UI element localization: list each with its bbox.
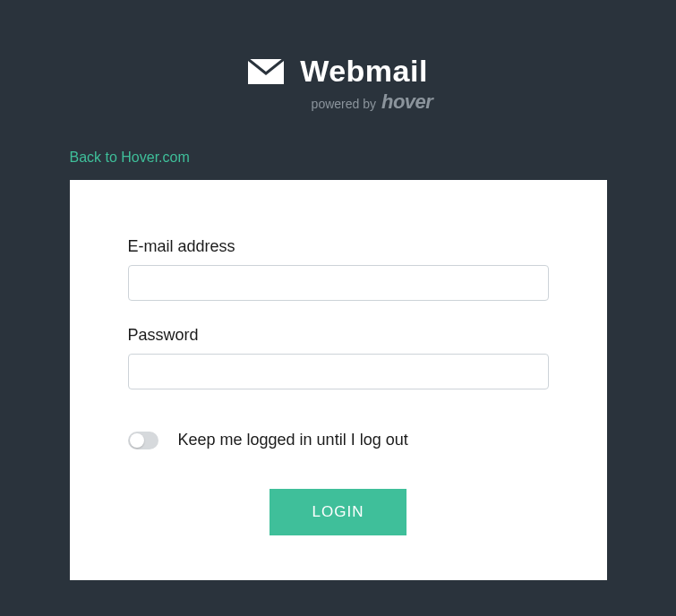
button-row: LOGIN [128, 489, 549, 535]
back-link-row: Back to Hover.com [70, 150, 607, 166]
toggle-knob [130, 433, 144, 448]
logo-block: Webmail powered by hover [244, 54, 433, 114]
password-field[interactable] [128, 354, 549, 389]
login-card: E-mail address Password Keep me logged i… [70, 180, 607, 580]
webmail-title: Webmail [300, 54, 428, 89]
mail-icon [248, 59, 284, 84]
powered-by-row: powered by hover [312, 90, 433, 114]
back-to-hover-link[interactable]: Back to Hover.com [70, 150, 190, 165]
email-group: E-mail address [128, 237, 549, 301]
email-field[interactable] [128, 265, 549, 301]
email-label: E-mail address [128, 237, 549, 256]
password-label: Password [128, 326, 549, 345]
password-group: Password [128, 326, 549, 389]
keep-logged-toggle[interactable] [128, 432, 158, 449]
hover-brand: hover [381, 90, 432, 114]
keep-logged-label: Keep me logged in until I log out [178, 431, 408, 449]
page-container: Webmail powered by hover Back to Hover.c… [0, 0, 676, 580]
powered-by-label: powered by [312, 97, 376, 111]
keep-logged-row: Keep me logged in until I log out [128, 431, 549, 449]
logo-row: Webmail [248, 54, 428, 89]
login-button[interactable]: LOGIN [270, 489, 407, 535]
